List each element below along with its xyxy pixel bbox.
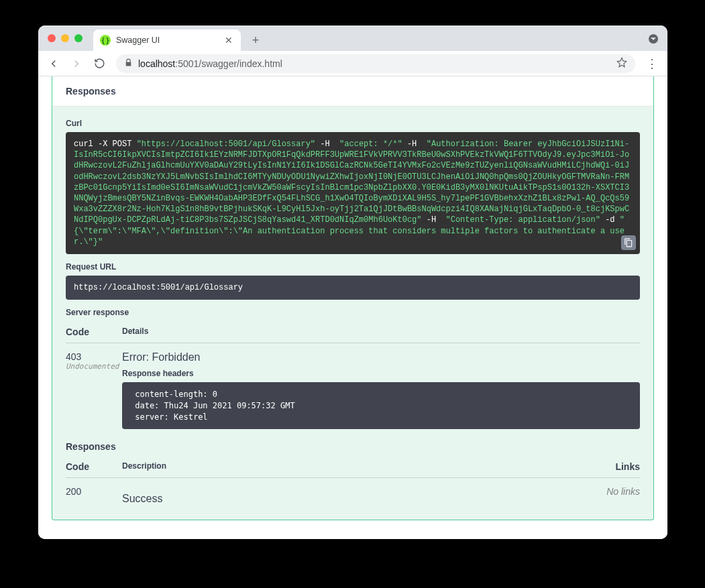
minimize-window-button[interactable] [61,34,69,42]
browser-window: { } Swagger UI ✕ + localhost:5001/swagge… [38,25,667,539]
undocumented-label: Undocumented [66,362,122,371]
back-button[interactable] [44,54,64,74]
tab-title: Swagger UI [116,36,160,45]
server-response-table: Code Details 403 Undocumented Error: For… [66,321,640,429]
new-tab-button[interactable]: + [246,31,265,50]
response-headers-label: Response headers [122,369,640,378]
copy-curl-button[interactable] [621,235,636,250]
col-description: Description [122,461,615,472]
curl-label: Curl [66,119,640,128]
server-response-label: Server response [66,308,640,317]
table-row: 403 Undocumented Error: Forbidden Respon… [66,343,640,429]
table-header: Code Description Links [66,456,640,478]
request-url-block: https://localhost:5001/api/Glossary [66,276,640,300]
bookmark-star-icon[interactable] [616,57,627,70]
response-description: Success [122,493,606,505]
page-content: Responses Curl curl -X POST "https://loc… [38,76,667,539]
response-links: No links [606,486,640,505]
col-code: Code [66,327,122,337]
response-details-cell: Error: Forbidden Response headers conten… [122,351,640,429]
documented-responses-table: Code Description Links 200 Success No li… [66,456,640,505]
response-description-cell: Success [122,486,606,505]
titlebar: { } Swagger UI ✕ + [38,25,667,51]
request-url-label: Request URL [66,262,640,272]
response-code-cell: 403 Undocumented [66,351,122,429]
table-row: 200 Success No links [66,478,640,505]
toolbar: localhost:5001/swagger/index.html ⋮ [38,51,667,76]
window-controls [48,34,83,42]
swagger-operation-block: Responses Curl curl -X POST "https://loc… [52,76,654,520]
curl-command-block: curl -X POST "https://localhost:5001/api… [66,132,640,254]
col-links: Links [615,461,640,472]
responses-section-label: Responses [66,441,640,452]
col-code: Code [66,461,122,472]
url-text: localhost:5001/swagger/index.html [138,58,282,69]
table-header: Code Details [66,321,640,343]
browser-menu-button[interactable]: ⋮ [642,54,662,74]
response-code: 403 [66,351,122,362]
response-headers-block: content-length: 0 date: Thu24 Jun 2021 0… [122,382,640,429]
maximize-window-button[interactable] [74,34,83,42]
close-tab-button[interactable]: ✕ [223,35,234,46]
response-code-cell: 200 [66,486,122,505]
close-window-button[interactable] [48,34,56,42]
tab-strip: { } Swagger UI ✕ + [93,25,265,51]
forward-button[interactable] [66,54,87,74]
col-details: Details [122,327,640,337]
swagger-favicon-icon: { } [100,35,111,46]
responses-title: Responses [66,86,640,97]
lock-icon [124,58,133,69]
responses-header: Responses [52,76,653,107]
address-bar[interactable]: localhost:5001/swagger/index.html [116,54,635,73]
response-code: 200 [66,486,122,497]
error-message: Error: Forbidden [122,351,640,363]
profile-menu-button[interactable] [649,34,658,44]
browser-tab[interactable]: { } Swagger UI ✕ [93,30,241,51]
reload-button[interactable] [89,54,109,74]
